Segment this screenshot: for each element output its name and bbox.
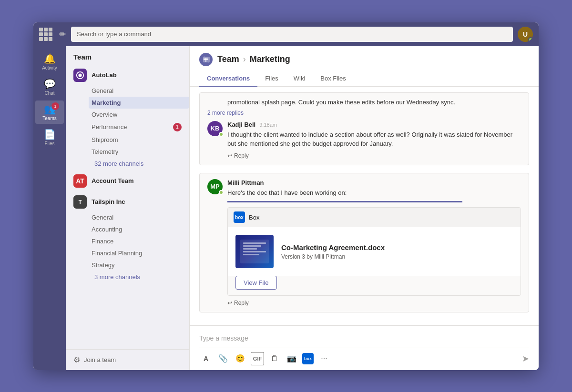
accent-bar <box>227 201 462 202</box>
chat-messages: promotional splash page. Could you make … <box>190 87 539 325</box>
tab-box-files[interactable]: Box Files <box>313 71 353 87</box>
box-logo: box <box>234 211 245 223</box>
online-indicator-1 <box>219 132 224 137</box>
sidebar-header: Team <box>66 46 189 66</box>
sticker-icon[interactable]: 🗒 <box>268 352 281 365</box>
channel-shiproom[interactable]: Shiproom <box>92 134 189 146</box>
attach-icon[interactable]: 📎 <box>216 352 230 365</box>
message-2: MP Milli Pittman Here's the doc that I h… <box>207 179 521 307</box>
teams-logo <box>199 53 213 66</box>
send-button[interactable]: ➤ <box>522 353 529 364</box>
channel-performance[interactable]: Performance 1 <box>92 121 189 134</box>
gif-icon[interactable]: GIF <box>251 352 264 365</box>
compose-input[interactable]: Type a message <box>199 331 529 348</box>
breadcrumb: Team › Marketing <box>217 54 290 64</box>
channel-strategy[interactable]: Strategy <box>92 259 189 271</box>
breadcrumb-separator: › <box>243 54 246 64</box>
activity-icon: 🔔 <box>44 53 56 64</box>
search-bar[interactable]: Search or type a command <box>71 27 513 42</box>
files-icon: 📄 <box>44 129 56 140</box>
chat-tabs: Conversations Files Wiki Box Files <box>199 71 529 86</box>
reply-button-2[interactable]: ↩ Reply <box>227 300 521 306</box>
breadcrumb-child: Marketing <box>250 54 290 64</box>
nav-teams-label: Teams <box>42 116 56 121</box>
user-avatar[interactable]: U <box>518 27 533 42</box>
box-attachment: box Box <box>227 207 521 296</box>
autolab-more-channels[interactable]: 32 more channels <box>92 158 189 170</box>
team-account-header[interactable]: AT Account Team <box>66 171 189 191</box>
team-autolab-channels: General Marketing Overview Performance 1 <box>66 85 189 170</box>
tab-files[interactable]: Files <box>257 71 286 87</box>
user-status-badge <box>528 37 533 42</box>
svg-point-1 <box>78 73 82 77</box>
online-indicator-2 <box>219 190 224 195</box>
main-content: 🔔 Activity 💬 Chat 1 👥 Teams 📄 Files Team <box>33 46 539 370</box>
box-file-content: Co-Marketing Agreement.docx Version 3 by… <box>228 227 521 276</box>
box-attachment-header: box Box <box>228 208 521 227</box>
message-1-time: 9:18am <box>259 122 277 128</box>
message-2-intro: Here's the doc that I have been working … <box>227 188 521 198</box>
team-autolab-name: AutoLab <box>92 71 117 79</box>
file-name: Co-Marketing Agreement.docx <box>281 243 513 251</box>
chat-area: Team › Marketing Conversations Files Wik… <box>190 46 539 370</box>
reply-button-1[interactable]: ↩ Reply <box>227 152 521 159</box>
box-compose-icon[interactable]: box <box>302 353 314 364</box>
nav-activity[interactable]: 🔔 Activity <box>35 50 64 73</box>
compose-toolbar: A 📎 😊 GIF 🗒 📷 box ··· ➤ <box>199 352 529 365</box>
nav-files[interactable]: 📄 Files <box>35 126 64 149</box>
tab-conversations[interactable]: Conversations <box>199 71 257 87</box>
channel-accounting[interactable]: Accounting <box>92 223 189 235</box>
team-group-autolab: AutoLab General Marketing Overview <box>66 66 189 170</box>
nav-chat-label: Chat <box>44 90 54 96</box>
gear-icon: ⚙ <box>73 355 80 364</box>
team-tailspin-name: Tailspin Inc <box>92 198 125 205</box>
tab-wiki[interactable]: Wiki <box>286 71 313 87</box>
reply-arrow-2: ↩ <box>227 300 232 306</box>
join-team-button[interactable]: ⚙ Join a team <box>66 349 189 370</box>
box-label: Box <box>249 214 259 221</box>
team-group-account: AT Account Team <box>66 171 189 191</box>
file-version: Version 3 by Milli Pittman <box>281 253 513 260</box>
team-autolab-icon <box>73 69 87 82</box>
search-placeholder: Search or type a command <box>77 30 151 38</box>
message-1-header: Kadji Bell 9:18am <box>227 121 521 128</box>
titlebar: ✏ Search or type a command U <box>33 22 539 46</box>
message-1: KB Kadji Bell 9:18am I thought the clien… <box>207 121 521 159</box>
nav-teams[interactable]: 1 👥 Teams <box>35 101 64 124</box>
emoji-icon[interactable]: 😊 <box>234 352 247 365</box>
compose-icon[interactable]: ✏ <box>59 29 66 40</box>
message-1-content: Kadji Bell 9:18am I thought the client w… <box>227 121 521 159</box>
nav-icons-sidebar: 🔔 Activity 💬 Chat 1 👥 Teams 📄 Files <box>33 46 66 370</box>
reply-arrow-1: ↩ <box>227 152 232 159</box>
replies-link[interactable]: 2 more replies <box>207 110 521 116</box>
file-info: Co-Marketing Agreement.docx Version 3 by… <box>281 243 513 260</box>
channel-general-1[interactable]: General <box>92 85 189 97</box>
channel-general-2[interactable]: General <box>92 211 189 223</box>
channel-marketing[interactable]: Marketing <box>89 97 189 109</box>
team-tailspin-header[interactable]: T Tailspin Inc <box>66 192 189 211</box>
team-group-tailspin: T Tailspin Inc General Accounting Financ… <box>66 192 189 283</box>
format-icon[interactable]: A <box>199 352 213 365</box>
team-autolab-header[interactable]: AutoLab <box>66 66 189 85</box>
more-options-icon[interactable]: ··· <box>317 352 331 365</box>
sender-name-1: Kadji Bell <box>227 121 255 128</box>
breadcrumb-parent: Team <box>217 54 239 64</box>
channel-finance[interactable]: Finance <box>92 235 189 247</box>
avatar-milli: MP <box>207 179 223 194</box>
message-2-content: Milli Pittman Here's the doc that I have… <box>227 179 521 307</box>
nav-files-label: Files <box>44 141 54 146</box>
channel-financial-planning[interactable]: Financial Planning <box>92 247 189 259</box>
channel-overview[interactable]: Overview <box>92 109 189 121</box>
message-1-text: I thought the client wanted to include a… <box>227 130 521 149</box>
performance-badge: 1 <box>173 123 182 131</box>
nav-activity-label: Activity <box>42 65 57 70</box>
video-icon[interactable]: 📷 <box>285 352 298 365</box>
tailspin-more-channels[interactable]: 3 more channels <box>92 271 189 283</box>
team-tailspin-icon: T <box>73 195 87 209</box>
apps-icon[interactable] <box>39 28 52 41</box>
team-account-name: Account Team <box>92 177 134 184</box>
message-block-2: MP Milli Pittman Here's the doc that I h… <box>199 173 529 313</box>
view-file-button[interactable]: View File <box>235 276 277 290</box>
channel-telemetry[interactable]: Telemetry <box>92 146 189 158</box>
nav-chat[interactable]: 💬 Chat <box>35 75 64 99</box>
